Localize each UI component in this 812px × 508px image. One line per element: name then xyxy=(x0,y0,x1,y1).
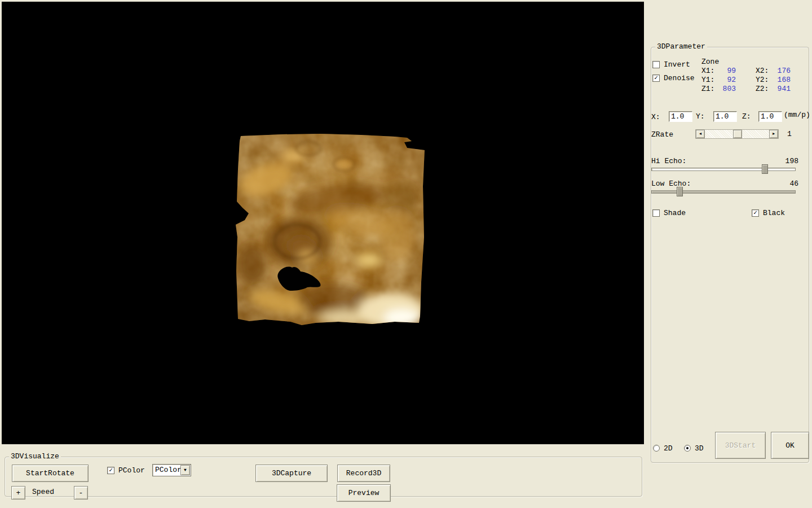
zrate-label: ZRate xyxy=(651,130,673,139)
low-echo-slider-thumb[interactable] xyxy=(677,187,683,196)
scale-z-label: Z: xyxy=(742,112,751,121)
scale-unit-label: (mm/p) xyxy=(784,111,810,119)
pcolor-checkbox[interactable]: ✓ xyxy=(107,467,114,474)
group-3dparameter-title: 3DParameter xyxy=(655,42,707,51)
app-window: { "glyphs": { "check": "✓", "arrow_left"… xyxy=(0,0,812,508)
speed-plus-button[interactable]: + xyxy=(11,486,25,500)
low-echo-label: Low Echo: xyxy=(651,179,691,188)
ok-button[interactable]: OK xyxy=(771,432,809,459)
hi-echo-label: Hi Echo: xyxy=(651,157,686,165)
visualize-panel: 3DVisualize StartRotate + Speed - ✓ PCol… xyxy=(0,444,645,508)
zone-y1-value: 92 xyxy=(716,76,736,84)
zone-x1-value: 99 xyxy=(716,67,736,75)
zone-z2-value: 941 xyxy=(770,85,791,93)
zrate-right-arrow[interactable]: ► xyxy=(769,130,778,138)
zone-z1-value: 803 xyxy=(716,85,736,93)
zrate-scrollbar[interactable]: ◄ ► xyxy=(695,129,779,139)
denoise-label: Denoise xyxy=(664,74,695,82)
record3d-button[interactable]: Record3D xyxy=(337,465,390,482)
scale-y-label: Y: xyxy=(696,112,705,121)
shade-checkbox[interactable] xyxy=(652,209,660,217)
zone-x2-value: 176 xyxy=(770,67,791,75)
group-3dvisualize-title: 3DVisualize xyxy=(9,452,61,461)
denoise-checkbox[interactable]: ✓ xyxy=(652,75,660,82)
zone-y2-value: 168 xyxy=(770,76,791,84)
scale-z-input[interactable] xyxy=(758,111,782,122)
zone-title: Zone xyxy=(701,58,719,66)
radio-3d-label: 3D xyxy=(695,444,704,453)
start3d-button[interactable]: 3DStart xyxy=(715,432,766,459)
render-viewport[interactable] xyxy=(2,2,644,444)
zrate-left-arrow[interactable]: ◄ xyxy=(696,130,705,138)
black-checkbox[interactable]: ✓ xyxy=(752,209,759,217)
pcolor-combobox-value: PColor xyxy=(155,466,182,475)
scale-x-label: X: xyxy=(651,113,660,121)
low-echo-value: 46 xyxy=(776,179,798,188)
parameter-panel: 3DParameter Invert ✓ Denoise Zone X1: 99… xyxy=(645,0,812,508)
scale-x-input[interactable] xyxy=(669,111,692,122)
preview-button[interactable]: Preview xyxy=(337,484,391,502)
speed-minus-button[interactable]: - xyxy=(74,486,88,500)
black-label: Black xyxy=(763,209,785,217)
start-rotate-button[interactable]: StartRotate xyxy=(12,465,89,482)
low-echo-slider[interactable] xyxy=(651,190,796,194)
zrate-thumb[interactable] xyxy=(733,130,742,138)
zone-z2-label: Z2: xyxy=(756,85,769,93)
radio-3d[interactable] xyxy=(684,445,691,452)
invert-checkbox[interactable] xyxy=(652,61,660,68)
pcolor-combobox-dropdown-icon[interactable]: ▼ xyxy=(180,465,190,475)
invert-label: Invert xyxy=(664,60,690,69)
ultrasound-3d-render[interactable] xyxy=(232,132,427,326)
zone-x2-label: X2: xyxy=(756,67,769,75)
shade-label: Shade xyxy=(664,209,686,217)
hi-echo-value: 198 xyxy=(776,157,798,165)
zrate-value: 1 xyxy=(787,130,792,138)
zone-x1-label: X1: xyxy=(701,67,714,75)
group-3dparameter: 3DParameter xyxy=(651,47,809,463)
capture3d-button[interactable]: 3DCapture xyxy=(255,465,328,482)
pcolor-combobox[interactable]: PColor ▼ xyxy=(152,464,191,476)
radio-2d[interactable] xyxy=(653,445,660,452)
hi-echo-slider[interactable] xyxy=(651,168,796,171)
radio-2d-label: 2D xyxy=(664,444,673,453)
zone-z1-label: Z1: xyxy=(701,85,714,93)
speed-label: Speed xyxy=(32,488,54,496)
zone-y2-label: Y2: xyxy=(756,76,769,84)
pcolor-checkbox-label: PColor xyxy=(118,466,145,475)
zone-y1-label: Y1: xyxy=(701,76,714,84)
hi-echo-slider-thumb[interactable] xyxy=(762,164,768,174)
scale-y-input[interactable] xyxy=(713,111,737,122)
